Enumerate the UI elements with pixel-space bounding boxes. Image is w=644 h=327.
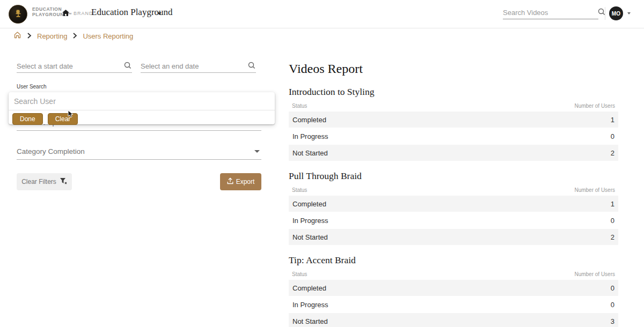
chevron-right-icon xyxy=(72,31,77,41)
status-cell: In Progress xyxy=(292,301,328,309)
table-row: Not Started 2 xyxy=(289,145,618,161)
status-cell: Not Started xyxy=(292,233,328,241)
clear-filters-button[interactable]: Clear Filters xyxy=(17,173,72,190)
users-column-header: Number of Users xyxy=(574,187,615,193)
company-logo[interactable] xyxy=(9,5,27,24)
users-cell: 0 xyxy=(611,284,614,292)
table-row: In Progress 0 xyxy=(289,128,618,144)
users-column-header: Number of Users xyxy=(574,103,615,109)
table-row: In Progress 0 xyxy=(289,296,618,313)
brand-caret-icon[interactable] xyxy=(157,12,162,15)
users-column-header: Number of Users xyxy=(574,271,615,277)
brand-label: BRAND xyxy=(74,11,93,16)
users-cell: 1 xyxy=(611,200,614,208)
chevron-right-icon xyxy=(27,31,32,41)
export-button[interactable]: Export xyxy=(220,173,261,190)
category-completion-label: Category Completion xyxy=(17,147,85,155)
video-search-field[interactable] xyxy=(503,6,598,19)
users-cell: 0 xyxy=(611,217,614,225)
breadcrumb-users-reporting[interactable]: Users Reporting xyxy=(83,32,133,40)
table-row: Completed 0 xyxy=(289,280,618,296)
user-search-panel: Done Clear xyxy=(9,92,275,124)
status-cell: Completed xyxy=(292,116,326,124)
export-icon xyxy=(227,177,233,186)
filter-remove-icon xyxy=(60,177,67,186)
search-icon[interactable] xyxy=(123,61,132,72)
status-cell: Not Started xyxy=(292,149,328,157)
section-title: Introduction to Styling xyxy=(289,86,618,98)
table-row: Completed 1 xyxy=(289,196,618,212)
users-cell: 2 xyxy=(611,233,614,241)
done-button[interactable]: Done xyxy=(12,113,43,125)
breadcrumb: Reporting Users Reporting xyxy=(13,31,133,41)
home-breadcrumb-icon[interactable] xyxy=(13,31,21,41)
status-cell: Completed xyxy=(292,200,326,208)
chevron-down-icon xyxy=(254,150,260,153)
start-date-input[interactable] xyxy=(17,62,123,70)
users-cell: 2 xyxy=(611,149,614,157)
end-date-input[interactable] xyxy=(141,62,247,70)
header-divider xyxy=(605,7,605,20)
status-cell: Not Started xyxy=(292,317,328,325)
end-date-field[interactable] xyxy=(141,60,256,73)
video-search-input[interactable] xyxy=(503,9,597,17)
status-column-header: Status xyxy=(292,271,307,277)
table-header: Status Number of Users xyxy=(289,187,618,193)
status-table: Completed 1 In Progress 0 Not Started 2 xyxy=(289,112,618,161)
table-row: Completed 1 xyxy=(289,112,618,128)
status-cell: Completed xyxy=(292,284,326,292)
status-table: Completed 1 In Progress 0 Not Started 2 xyxy=(289,196,618,245)
home-nav-icon[interactable] xyxy=(62,9,70,19)
users-cell: 3 xyxy=(611,317,614,325)
user-avatar[interactable]: MO xyxy=(609,6,623,20)
top-bar: EDUCATION PLAYGROUND™ BRAND Education Pl… xyxy=(0,0,644,28)
table-row: Not Started 2 xyxy=(289,229,618,245)
table-row: Not Started 3 xyxy=(289,313,618,327)
breadcrumb-reporting[interactable]: Reporting xyxy=(37,32,67,40)
users-cell: 0 xyxy=(611,132,614,140)
status-table: Completed 0 In Progress 0 Not Started 3 xyxy=(289,280,618,327)
clear-filters-label: Clear Filters xyxy=(21,178,56,185)
status-column-header: Status xyxy=(292,103,307,109)
section-title: Tip: Accent Braid xyxy=(289,254,618,266)
users-cell: 0 xyxy=(611,301,614,309)
status-cell: In Progress xyxy=(292,217,328,225)
salon-chair-icon xyxy=(13,9,23,20)
table-header: Status Number of Users xyxy=(289,103,618,109)
start-date-field[interactable] xyxy=(17,60,132,73)
date-filter-row xyxy=(17,60,256,73)
mouse-cursor xyxy=(67,110,74,121)
status-column-header: Status xyxy=(292,187,307,193)
status-cell: In Progress xyxy=(292,132,328,140)
page-title: Videos Report xyxy=(289,61,618,77)
category-completion-dropdown[interactable]: Category Completion xyxy=(17,144,261,160)
table-header: Status Number of Users xyxy=(289,271,618,277)
table-row: In Progress 0 xyxy=(289,212,618,228)
user-search-label: User Search xyxy=(17,84,47,90)
user-search-input[interactable] xyxy=(14,97,266,106)
export-label: Export xyxy=(236,178,255,185)
section-title: Pull Through Braid xyxy=(289,170,618,182)
panel-divider xyxy=(9,110,275,110)
videos-report: Videos Report Introduction to Styling St… xyxy=(289,61,618,327)
search-icon[interactable] xyxy=(247,61,256,72)
account-menu-caret-icon[interactable] xyxy=(627,12,631,14)
users-cell: 1 xyxy=(611,116,614,124)
